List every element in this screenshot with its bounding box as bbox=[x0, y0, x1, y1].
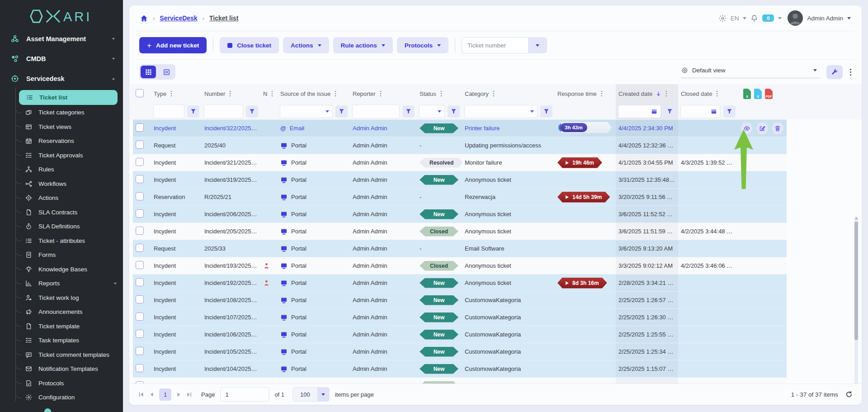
sidebar-item-configuration[interactable]: Configuration bbox=[0, 390, 123, 405]
filter-funnel-button[interactable] bbox=[723, 105, 736, 118]
column-menu-kebab[interactable] bbox=[493, 90, 495, 97]
sidebar-item-rules[interactable]: Rules bbox=[0, 162, 123, 177]
protocols-dropdown[interactable]: Protocols bbox=[397, 37, 448, 53]
column-header-created[interactable]: Created date bbox=[616, 84, 678, 103]
sidebar-item-sla-contracts[interactable]: SLA Contracts bbox=[0, 205, 123, 220]
row-checkbox[interactable] bbox=[136, 123, 144, 132]
sidebar-item-announcements[interactable]: Announcements bbox=[0, 305, 123, 319]
add-new-ticket-button[interactable]: + Add new ticket bbox=[139, 37, 207, 53]
row-checkbox[interactable] bbox=[136, 278, 144, 286]
sidebar-section-cmdb[interactable]: CMDB bbox=[0, 49, 123, 69]
delete-button[interactable] bbox=[772, 123, 784, 134]
sidebar-item-ticket-approvals[interactable]: Ticket Approvals bbox=[0, 148, 123, 163]
column-menu-kebab[interactable] bbox=[271, 90, 273, 97]
filter-input-type[interactable] bbox=[153, 104, 184, 118]
settings-gear-icon[interactable] bbox=[719, 14, 726, 22]
select-all-checkbox[interactable] bbox=[136, 89, 144, 97]
sidebar-section-servicedesk[interactable]: Servicedesk bbox=[0, 69, 123, 89]
current-page-button[interactable]: 1 bbox=[159, 388, 171, 401]
ticket-number-dropdown-button[interactable] bbox=[528, 37, 547, 53]
prev-page-button[interactable] bbox=[149, 392, 155, 398]
edit-button[interactable] bbox=[756, 123, 768, 134]
ticket-row[interactable]: Request2025/33PortalAdmin Admin-Email So… bbox=[133, 240, 787, 257]
row-checkbox[interactable] bbox=[136, 347, 144, 355]
items-per-page-select[interactable]: 100 bbox=[292, 387, 330, 402]
breadcrumb-servicedesk[interactable]: ServiceDesk bbox=[160, 14, 197, 22]
actions-dropdown[interactable]: Actions bbox=[283, 37, 329, 53]
row-checkbox[interactable] bbox=[136, 261, 144, 269]
notification-chevron-icon[interactable] bbox=[778, 17, 782, 19]
scrollbar-up-icon[interactable] bbox=[855, 217, 858, 219]
sidebar-item-ticket-comment-templates[interactable]: Ticket comment templates bbox=[0, 348, 123, 362]
sidebar-item-reservations[interactable]: Reservations bbox=[0, 134, 123, 148]
ticket-row[interactable]: IncydentIncident/205/2025/3/6PortalAdmin… bbox=[133, 223, 787, 240]
column-menu-kebab[interactable] bbox=[601, 90, 603, 97]
sidebar-item-ticket-attributes[interactable]: Ticket - attributes bbox=[0, 234, 123, 248]
filter-input-reporter[interactable] bbox=[352, 104, 400, 118]
row-checkbox[interactable] bbox=[136, 364, 144, 372]
sort-desc-icon[interactable] bbox=[656, 91, 661, 97]
column-menu-kebab[interactable] bbox=[440, 90, 442, 97]
ticket-row[interactable]: IncydentIncident/193/2025/3/3PortalAdmin… bbox=[133, 257, 787, 275]
sidebar-item-notification-templates[interactable]: Notification Templates bbox=[0, 362, 123, 376]
row-checkbox[interactable] bbox=[136, 381, 144, 384]
close-ticket-button[interactable]: Close ticket bbox=[220, 37, 279, 53]
export-xls-icon[interactable]: X bbox=[743, 89, 751, 99]
ticket-row[interactable]: IncydentIncident/206/2025/3/6PortalAdmin… bbox=[133, 206, 787, 223]
column-menu-kebab[interactable] bbox=[229, 90, 231, 97]
ticket-row[interactable]: IncydentIncident/322/2025/4/4@EmailAdmin… bbox=[133, 120, 787, 137]
grid-view-toggle[interactable] bbox=[141, 66, 156, 78]
sidebar-section-asset-management[interactable]: Asset Management bbox=[0, 29, 123, 49]
ticket-number-input[interactable] bbox=[462, 37, 528, 53]
column-header-number[interactable]: Number bbox=[202, 84, 260, 103]
home-icon[interactable] bbox=[140, 14, 148, 22]
ticket-row[interactable]: IncydentIncident/108/2025/2/...PortalAdm… bbox=[133, 292, 787, 309]
filter-funnel-button[interactable] bbox=[448, 105, 460, 118]
filter-select-status[interactable] bbox=[419, 105, 445, 118]
sidebar-item-knowledge-bases[interactable]: Knowledge Bases bbox=[0, 262, 123, 277]
filter-funnel-button[interactable] bbox=[246, 105, 258, 118]
sidebar-item-ticket-views[interactable]: Ticket views bbox=[0, 120, 123, 134]
filter-input-number[interactable] bbox=[204, 104, 243, 118]
next-page-button[interactable] bbox=[176, 392, 182, 398]
filter-funnel-button[interactable] bbox=[402, 105, 415, 118]
filter-funnel-button[interactable] bbox=[540, 105, 552, 118]
filter-date-closed[interactable] bbox=[680, 105, 721, 118]
column-menu-kebab[interactable] bbox=[170, 90, 172, 97]
language-selector[interactable]: EN bbox=[731, 15, 739, 22]
column-header-reporter[interactable]: Reporter bbox=[350, 84, 417, 103]
ticket-row[interactable]: Request2025/40PortalAdmin Admin-Updating… bbox=[133, 137, 787, 154]
ticket-row[interactable]: IncydentIncident/103/2025/2/...PortalAdm… bbox=[133, 378, 787, 384]
sidebar-item-ticket-categories[interactable]: Ticket categories bbox=[0, 105, 123, 120]
ticket-row[interactable]: IncydentIncident/107/2025/2/...PortalAdm… bbox=[133, 309, 787, 326]
row-checkbox[interactable] bbox=[136, 175, 144, 183]
row-checkbox[interactable] bbox=[136, 295, 144, 303]
first-page-button[interactable] bbox=[138, 392, 144, 398]
sidebar-item-sla-definitions[interactable]: SLA Definitions bbox=[0, 219, 123, 234]
row-checkbox[interactable] bbox=[136, 141, 144, 149]
column-header-closed[interactable]: Closed date bbox=[678, 84, 738, 103]
scrollbar-thumb[interactable] bbox=[854, 222, 858, 340]
sidebar-item-workflows[interactable]: Workflows bbox=[0, 177, 123, 191]
more-options-kebab[interactable] bbox=[849, 68, 852, 76]
column-view-toggle[interactable] bbox=[159, 66, 174, 78]
sidebar-item-ticket-list[interactable]: Ticket list bbox=[19, 90, 118, 105]
user-menu-chevron-icon[interactable] bbox=[847, 17, 851, 19]
refresh-icon[interactable] bbox=[845, 391, 853, 398]
export-csv-icon[interactable]: X bbox=[754, 89, 762, 99]
page-number-input[interactable] bbox=[220, 387, 269, 402]
filter-select-category[interactable] bbox=[464, 105, 538, 118]
ticket-row[interactable]: IncydentIncident/104/2025/2/...PortalAdm… bbox=[133, 360, 787, 378]
language-chevron-icon[interactable] bbox=[743, 17, 746, 19]
row-checkbox[interactable] bbox=[136, 330, 144, 338]
rule-actions-dropdown[interactable]: Rule actions bbox=[333, 37, 393, 53]
row-checkbox[interactable] bbox=[136, 158, 144, 166]
filter-funnel-button[interactable] bbox=[335, 105, 348, 118]
ticket-row[interactable]: IncydentIncident/321/2025/4/1PortalAdmin… bbox=[133, 154, 787, 171]
export-pdf-icon[interactable]: PDF bbox=[765, 89, 773, 99]
last-page-button[interactable] bbox=[186, 392, 192, 398]
ticket-row[interactable]: IncydentIncident/192/2025/2/...PortalAdm… bbox=[133, 275, 787, 292]
column-menu-kebab[interactable] bbox=[335, 90, 336, 97]
row-checkbox[interactable] bbox=[136, 209, 144, 218]
sidebar-item-ticket-work-log[interactable]: Ticket work log bbox=[0, 291, 123, 305]
